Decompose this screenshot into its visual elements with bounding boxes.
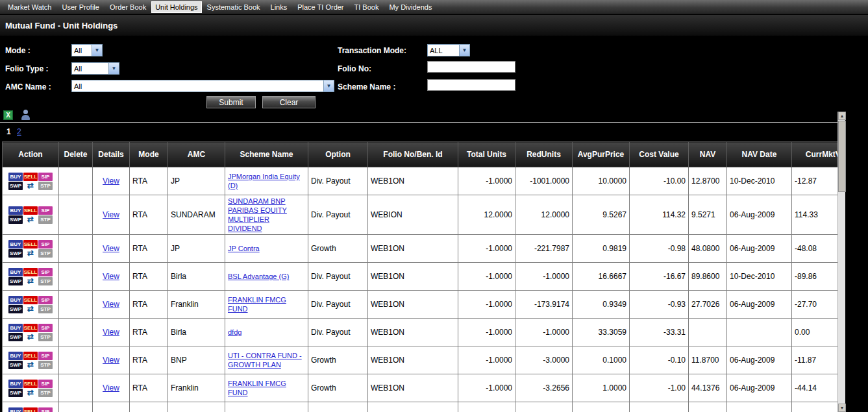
scroll-up-icon[interactable]: ▲ bbox=[838, 112, 846, 120]
sell-button[interactable]: SELL bbox=[23, 296, 38, 304]
swp-button[interactable]: SWP bbox=[8, 333, 23, 341]
vertical-scrollbar[interactable]: ▲ ▼ bbox=[837, 112, 845, 412]
menu-item-my-dividends[interactable]: My Dividends bbox=[384, 1, 437, 13]
folio-cell: WEB1ON bbox=[368, 167, 458, 195]
option-cell: Growth bbox=[308, 346, 368, 374]
sell-button[interactable]: SELL bbox=[23, 173, 38, 181]
stp-button[interactable]: STP bbox=[38, 333, 53, 341]
sip-button[interactable]: SIP bbox=[38, 380, 53, 388]
view-link[interactable]: View bbox=[103, 356, 119, 365]
switch-icon[interactable]: ⇄ bbox=[23, 182, 38, 190]
sip-button[interactable]: SIP bbox=[38, 352, 53, 360]
switch-icon[interactable]: ⇄ bbox=[23, 215, 38, 224]
scheme-link[interactable]: JPMorgan India Equity (D) bbox=[228, 173, 300, 189]
swp-button[interactable]: SWP bbox=[8, 389, 23, 397]
sell-button[interactable]: SELL bbox=[23, 407, 38, 412]
view-link[interactable]: View bbox=[103, 383, 119, 393]
clear-button[interactable]: Clear bbox=[262, 96, 316, 108]
stp-button[interactable]: STP bbox=[38, 305, 53, 313]
user-icon[interactable] bbox=[20, 110, 31, 120]
scrollbar-thumb[interactable] bbox=[838, 121, 846, 192]
buy-button[interactable]: BUY bbox=[8, 296, 23, 304]
sip-button[interactable]: SIP bbox=[38, 206, 53, 215]
buy-button[interactable]: BUY bbox=[8, 268, 23, 276]
menu-item-links[interactable]: Links bbox=[266, 1, 293, 13]
buy-button[interactable]: BUY bbox=[8, 380, 23, 388]
sip-button[interactable]: SIP bbox=[38, 173, 53, 181]
stp-button[interactable]: STP bbox=[38, 215, 53, 224]
scheme-link[interactable]: FRANKLIN FMCG FUND bbox=[228, 296, 286, 313]
menu-item-place-ti-order[interactable]: Place TI Order bbox=[292, 1, 349, 13]
swp-button[interactable]: SWP bbox=[8, 249, 23, 258]
view-link[interactable]: View bbox=[103, 272, 119, 281]
view-link[interactable]: View bbox=[103, 176, 119, 186]
buy-button[interactable]: BUY bbox=[8, 324, 23, 332]
stp-button[interactable]: STP bbox=[38, 182, 53, 190]
view-link[interactable]: View bbox=[103, 300, 119, 309]
nav-date-cell: 10-Dec-2010 bbox=[727, 167, 792, 195]
switch-icon[interactable]: ⇄ bbox=[23, 389, 38, 397]
sell-button[interactable]: SELL bbox=[23, 240, 38, 248]
buy-button[interactable]: BUY bbox=[8, 352, 23, 360]
view-link[interactable]: View bbox=[103, 210, 119, 219]
sip-button[interactable]: SIP bbox=[38, 240, 53, 248]
switch-icon[interactable]: ⇄ bbox=[23, 361, 38, 369]
swp-button[interactable]: SWP bbox=[8, 305, 23, 313]
scheme-link[interactable]: JP Contra bbox=[228, 245, 260, 252]
switch-icon[interactable]: ⇄ bbox=[23, 305, 38, 313]
amc-name-select[interactable]: All ▼ bbox=[71, 80, 334, 92]
menu-item-order-book[interactable]: Order Book bbox=[105, 1, 151, 13]
sip-button[interactable]: SIP bbox=[38, 324, 53, 332]
folio-cell: WEB1ON bbox=[368, 319, 458, 346]
swp-button[interactable]: SWP bbox=[8, 361, 23, 369]
folio-no-input[interactable] bbox=[427, 61, 515, 73]
menu-item-systematic-book[interactable]: Systematic Book bbox=[202, 1, 266, 13]
switch-icon[interactable]: ⇄ bbox=[23, 333, 38, 341]
scheme-link[interactable]: dfdg bbox=[228, 328, 242, 336]
sell-button[interactable]: SELL bbox=[23, 324, 38, 332]
sip-button[interactable]: SIP bbox=[38, 296, 53, 304]
mode-select[interactable]: All ▼ bbox=[71, 44, 103, 56]
sell-button[interactable]: SELL bbox=[23, 352, 38, 360]
scheme-link[interactable]: UTI - CONTRA FUND - GROWTH PLAN bbox=[228, 352, 302, 369]
buy-button[interactable]: BUY bbox=[8, 206, 23, 215]
stp-button[interactable]: STP bbox=[38, 389, 53, 397]
option-cell: Div. Payout bbox=[308, 195, 368, 235]
scheme-link[interactable]: BSL Advantage (G) bbox=[228, 273, 289, 280]
submit-button[interactable]: Submit bbox=[206, 96, 256, 108]
scheme-link[interactable]: FRANKLIN FMCG FUND bbox=[228, 380, 286, 396]
scheme-cell: BSL Advantage (G) bbox=[225, 263, 308, 291]
sell-button[interactable]: SELL bbox=[23, 268, 38, 276]
folio-type-select[interactable]: All ▼ bbox=[71, 62, 119, 75]
swp-button[interactable]: SWP bbox=[8, 277, 23, 285]
switch-icon[interactable]: ⇄ bbox=[23, 277, 38, 285]
sip-button[interactable]: SIP bbox=[38, 268, 53, 276]
scheme-name-input[interactable] bbox=[427, 79, 515, 91]
transaction-mode-select-value: ALL bbox=[428, 47, 459, 55]
transaction-mode-select[interactable]: ALL ▼ bbox=[427, 44, 470, 56]
swp-button[interactable]: SWP bbox=[8, 215, 23, 224]
menu-bar: Market Watch User Profile Order Book Uni… bbox=[0, 0, 868, 14]
sell-button[interactable]: SELL bbox=[23, 380, 38, 388]
menu-item-unit-holdings[interactable]: Unit Holdings bbox=[151, 1, 201, 13]
menu-item-ti-book[interactable]: TI Book bbox=[349, 1, 384, 13]
view-link[interactable]: View bbox=[103, 244, 119, 253]
buy-button[interactable]: BUY bbox=[8, 240, 23, 248]
scroll-down-icon[interactable]: ▼ bbox=[838, 404, 846, 412]
swp-button[interactable]: SWP bbox=[8, 182, 23, 190]
pagination-page-2-link[interactable]: 2 bbox=[17, 127, 21, 136]
switch-icon[interactable]: ⇄ bbox=[23, 249, 38, 258]
scheme-link[interactable]: SUNDARAM BNP PARIBAS EQUITY MULTIPLIER D… bbox=[228, 197, 287, 232]
stp-button[interactable]: STP bbox=[38, 361, 53, 369]
menu-item-market-watch[interactable]: Market Watch bbox=[3, 1, 56, 13]
nav-date-cell: 10-Dec-2010 bbox=[727, 402, 792, 412]
buy-button[interactable]: BUY bbox=[8, 407, 23, 412]
buy-button[interactable]: BUY bbox=[8, 173, 23, 181]
view-link[interactable]: View bbox=[103, 328, 119, 337]
sell-button[interactable]: SELL bbox=[23, 206, 38, 215]
menu-item-user-profile[interactable]: User Profile bbox=[56, 1, 104, 13]
stp-button[interactable]: STP bbox=[38, 277, 53, 285]
sip-button[interactable]: SIP bbox=[38, 407, 53, 412]
excel-export-icon[interactable]: X bbox=[3, 110, 13, 120]
stp-button[interactable]: STP bbox=[38, 249, 53, 258]
